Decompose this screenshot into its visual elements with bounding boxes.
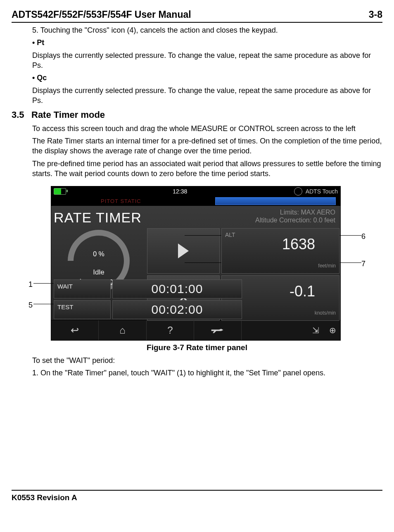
help-icon: ? [167, 324, 173, 337]
battery-icon [54, 188, 66, 195]
callout-7: 7 [361, 259, 366, 269]
wait-button[interactable]: WAIT [54, 279, 111, 298]
alt-readout[interactable]: ALT 1638 feet/min [221, 228, 339, 274]
target-icon[interactable]: ⊕ [329, 325, 336, 336]
aircraft-button[interactable] [194, 320, 242, 340]
progress-bar [215, 197, 336, 205]
alt-value: 1638 [282, 234, 315, 255]
para-desc-2: The pre-defined time period has an assoc… [32, 159, 382, 179]
figure-3-7: 1 5 6 7 12:38 ADTS Touch PITOT STATIC RA… [28, 186, 366, 353]
device-brand: ADTS Touch [306, 188, 338, 196]
screen-title: RATE TIMER [50, 208, 142, 227]
section-title: Rate Timer mode [31, 109, 105, 121]
gauge: 0 % Idle 00:00:00 [66, 230, 132, 279]
page-number: 3-8 [369, 8, 382, 21]
ge-logo-icon [294, 187, 302, 196]
test-value[interactable]: 00:02:00 [112, 300, 242, 319]
home-button[interactable]: ⌂ [99, 320, 146, 340]
ground-icon[interactable]: ⇲ [312, 325, 319, 336]
para-wait-intro: To set the "WAIT" period: [32, 355, 382, 365]
status-time: 12:38 [173, 188, 187, 196]
bullet-qc: • Qc [32, 73, 382, 83]
footer-revision: K0553 Revision A [12, 490, 382, 503]
rate-timer-panel: 12:38 ADTS Touch PITOT STATIC RATE TIMER… [51, 186, 341, 341]
back-button[interactable]: ↩ [51, 320, 99, 340]
para-access: To access this screen touch and drag the… [32, 124, 382, 134]
test-button[interactable]: TEST [54, 300, 111, 319]
callout-5: 5 [28, 300, 33, 310]
section-number: 3.5 [12, 109, 31, 121]
pitot-static-label: PITOT STATIC [101, 198, 141, 205]
qc-desc: Displays the currently selected pressure… [32, 86, 382, 106]
callout-6: 6 [361, 231, 366, 241]
gauge-percent: 0 % [66, 250, 132, 259]
step-1-wait: 1. On the "Rate Timer" panel, touch "WAI… [32, 368, 382, 378]
cas-unit: knots/min [315, 310, 336, 316]
alt-unit: feet/min [318, 262, 336, 269]
doc-title: ADTS542F/552F/553F/554F User Manual [12, 8, 191, 21]
back-arrow-icon: ↩ [71, 324, 79, 337]
step-5-text: 5. Touching the "Cross" icon (4), cancel… [32, 25, 382, 35]
wait-value[interactable]: 00:01:00 [112, 279, 242, 298]
limits-line-1: Limits: MAX AERO [146, 208, 335, 216]
callout-1: 1 [28, 279, 33, 289]
bullet-pt: • Pt [32, 38, 382, 48]
alt-label: ALT [225, 231, 235, 239]
help-button[interactable]: ? [147, 320, 194, 340]
play-icon [178, 243, 189, 258]
home-icon: ⌂ [119, 324, 126, 337]
para-desc-1: The Rate Timer starts an internal timer … [32, 136, 382, 156]
figure-caption: Figure 3-7 Rate timer panel [28, 342, 366, 353]
pt-desc: Displays the currently selected pressure… [32, 50, 382, 71]
limits-line-2: Altitude Correction: 0.0 feet [146, 216, 335, 224]
cas-value: -0.1 [290, 282, 315, 302]
gauge-state: Idle [66, 268, 132, 277]
aircraft-icon [211, 325, 225, 335]
